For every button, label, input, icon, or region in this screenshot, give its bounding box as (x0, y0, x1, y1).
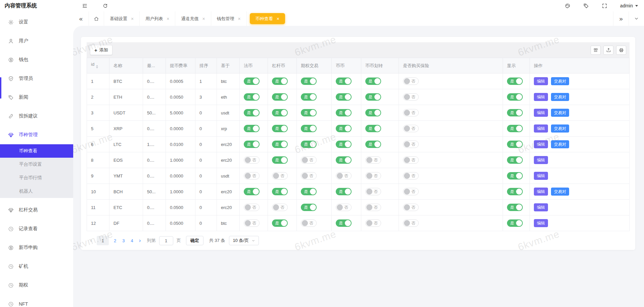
sidebar-item-new-coin-subscribe[interactable]: 新币申购 (0, 238, 73, 257)
fabi-toggle[interactable]: 否 (244, 156, 260, 164)
lever-toggle[interactable]: 是 (272, 141, 288, 148)
tag-icon[interactable] (583, 3, 589, 9)
lever-toggle[interactable]: 是 (272, 219, 288, 227)
fabi-toggle[interactable]: 是 (244, 188, 260, 195)
option-toggle[interactable]: 是 (301, 188, 317, 195)
insurance-toggle[interactable]: 否 (403, 93, 419, 101)
sidebar-scrollbar[interactable] (0, 77, 1, 99)
bibi-toggle[interactable]: 是 (336, 125, 352, 132)
fabi-toggle[interactable]: 是 (244, 109, 260, 116)
edit-button[interactable]: 编辑 (534, 203, 548, 211)
page-link[interactable]: 2 (113, 238, 117, 243)
pair-button[interactable]: 交易对 (551, 124, 569, 133)
page-jump-input[interactable] (159, 236, 173, 245)
close-tab-icon[interactable]: × (167, 16, 169, 21)
column-settings-button[interactable] (591, 46, 601, 55)
scroll-tabs-left-button[interactable]: « (73, 11, 89, 26)
sidebar-item-options[interactable]: 期权 (0, 276, 73, 295)
show-toggle[interactable]: 是 (507, 219, 523, 227)
export-button[interactable] (603, 46, 613, 55)
user-menu[interactable]: admin (620, 3, 638, 8)
close-tab-icon[interactable]: × (277, 16, 279, 21)
lever-toggle[interactable]: 是 (272, 93, 288, 101)
tab-base-settings[interactable]: 基础设置× (104, 11, 140, 26)
bibi-toggle[interactable]: 是 (336, 219, 352, 227)
transfer-toggle[interactable]: 否 (365, 156, 381, 164)
show-toggle[interactable]: 是 (507, 204, 523, 211)
bibi-toggle[interactable]: 是 (336, 78, 352, 85)
lever-toggle[interactable]: 否 (272, 204, 288, 211)
add-button[interactable]: + 添加 (90, 45, 112, 55)
page-link[interactable]: 3 (121, 238, 126, 243)
bibi-toggle[interactable]: 是 (336, 109, 352, 116)
edit-button[interactable]: 编辑 (534, 109, 548, 117)
transfer-toggle[interactable]: 是 (365, 141, 381, 148)
insurance-toggle[interactable]: 否 (403, 188, 419, 195)
show-toggle[interactable]: 是 (507, 109, 523, 116)
sidebar-item-feedback[interactable]: 投拆建议 (0, 107, 73, 125)
bibi-toggle[interactable]: 否 (336, 204, 352, 211)
sidebar-item-users[interactable]: 用户 (0, 32, 73, 50)
print-button[interactable] (616, 46, 626, 55)
lever-toggle[interactable]: 是 (272, 78, 288, 85)
option-toggle[interactable]: 否 (301, 172, 317, 180)
confirm-button[interactable]: 确定 (186, 236, 203, 245)
sidebar-item-records-view[interactable]: 记录查看 (0, 219, 73, 238)
option-toggle[interactable]: 否 (301, 219, 317, 227)
bibi-toggle[interactable]: 是 (336, 93, 352, 101)
tab-channel-recharge[interactable]: 通道充值× (175, 11, 211, 26)
option-toggle[interactable]: 是 (301, 109, 317, 116)
edit-button[interactable]: 编辑 (534, 93, 548, 101)
fabi-toggle[interactable]: 是 (244, 93, 260, 101)
lever-toggle[interactable]: 否 (272, 172, 288, 180)
insurance-toggle[interactable]: 否 (403, 156, 419, 164)
option-toggle[interactable]: 是 (301, 141, 317, 148)
refresh-icon[interactable] (102, 3, 108, 9)
sidebar-subitem-robot[interactable]: 机器人 (0, 185, 73, 198)
lever-toggle[interactable]: 是 (272, 125, 288, 132)
transfer-toggle[interactable]: 是 (365, 125, 381, 132)
next-page-button[interactable]: › (136, 237, 144, 244)
transfer-toggle[interactable]: 否 (365, 188, 381, 195)
option-toggle[interactable]: 是 (301, 93, 317, 101)
bibi-toggle[interactable]: 否 (336, 172, 352, 180)
insurance-toggle[interactable]: 否 (403, 125, 419, 132)
fabi-toggle[interactable]: 否 (244, 204, 260, 211)
transfer-toggle[interactable]: 否 (365, 219, 381, 227)
fullscreen-icon[interactable] (602, 3, 607, 9)
sidebar-item-news[interactable]: 新闻 (0, 88, 73, 107)
close-tab-icon[interactable]: × (202, 16, 205, 21)
insurance-toggle[interactable]: 否 (403, 204, 419, 211)
sidebar-item-lever-trade[interactable]: 杠杆交易 (0, 201, 73, 219)
option-toggle[interactable]: 是 (301, 204, 317, 211)
lever-toggle[interactable]: 是 (272, 188, 288, 195)
insurance-toggle[interactable]: 否 (403, 172, 419, 180)
sidebar-subitem-platform-coin-market[interactable]: 平台币行情 (0, 171, 73, 185)
transfer-toggle[interactable]: 否 (365, 172, 381, 180)
sidebar-item-currency-management[interactable]: 币种管理 (0, 125, 73, 144)
tab-user-list[interactable]: 用户列表× (140, 11, 175, 26)
insurance-toggle[interactable]: 否 (403, 219, 419, 227)
option-toggle[interactable]: 否 (301, 156, 317, 164)
show-toggle[interactable]: 是 (507, 188, 523, 195)
sort-icon[interactable] (96, 64, 98, 69)
edit-button[interactable]: 编辑 (534, 140, 548, 148)
lever-toggle[interactable]: 是 (272, 156, 288, 164)
pair-button[interactable]: 交易对 (551, 93, 569, 101)
show-toggle[interactable]: 是 (507, 172, 523, 180)
insurance-toggle[interactable]: 否 (403, 78, 419, 85)
fabi-toggle[interactable]: 否 (244, 172, 260, 180)
show-toggle[interactable]: 是 (507, 93, 523, 101)
close-tab-icon[interactable]: × (131, 16, 134, 21)
transfer-toggle[interactable]: 是 (365, 78, 381, 85)
fabi-toggle[interactable]: 是 (244, 125, 260, 132)
tab-wallet-management[interactable]: 钱包管理× (211, 11, 247, 26)
fabi-toggle[interactable]: 否 (244, 219, 260, 227)
transfer-toggle[interactable]: 是 (365, 109, 381, 116)
show-toggle[interactable]: 是 (507, 141, 523, 148)
theme-palette-icon[interactable] (565, 3, 570, 9)
option-toggle[interactable]: 是 (301, 78, 317, 85)
sidebar-subitem-platform-coin-settings[interactable]: 平台币设置 (0, 158, 73, 171)
pair-button[interactable]: 交易对 (551, 77, 569, 85)
pair-button[interactable]: 交易对 (551, 109, 569, 117)
